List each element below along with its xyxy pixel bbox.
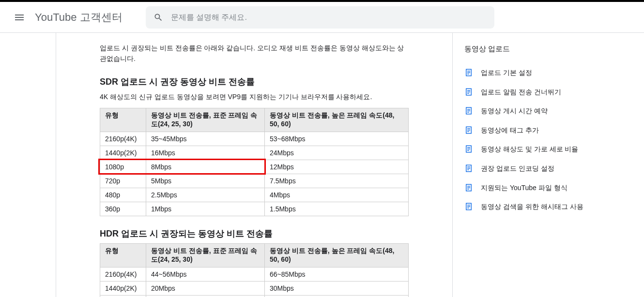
cell-type: 480p [100, 188, 146, 202]
cell-high: 24Mbps [265, 146, 409, 160]
cell-std: 8Mbps [146, 160, 265, 174]
search-icon [153, 13, 163, 22]
sdr-table: 유형 동영상 비트 전송률, 표준 프레임 속도(24, 25, 30) 동영상… [100, 108, 409, 216]
sidebar: 동영상 업로드 업로드 기본 설정업로드 알림 전송 건너뛰기동영상 게시 시간… [453, 33, 588, 297]
table-row: 2160p(4K)44~56Mbps66~85Mbps [100, 267, 409, 282]
document-icon [464, 68, 473, 77]
sidebar-item-label: 업로드 알림 전송 건너뛰기 [481, 88, 561, 97]
sidebar-item[interactable]: 지원되는 YouTube 파일 형식 [464, 178, 588, 198]
cell-high: 66~85Mbps [265, 267, 409, 282]
table-row: 2160p(4K)35~45Mbps53~68Mbps [100, 132, 409, 146]
cell-high: 4Mbps [265, 188, 409, 202]
sidebar-item-label: 동영상 해상도 및 가로 세로 비율 [481, 145, 578, 154]
th-type: 유형 [100, 244, 146, 267]
sdr-sub: 4K 해상도의 신규 업로드 동영상을 보려면 VP9를 지원하는 기기나 브라… [100, 91, 409, 102]
th-high: 동영상 비트 전송률, 높은 프레임 속도(48, 50, 60) [265, 244, 409, 267]
cell-std: 20Mbps [146, 282, 265, 296]
th-high: 동영상 비트 전송률, 높은 프레임 속도(48, 50, 60) [265, 108, 409, 132]
hdr-heading: HDR 업로드 시 권장되는 동영상 비트 전송률 [100, 228, 409, 239]
cell-std: 2.5Mbps [146, 188, 265, 202]
search-box[interactable] [146, 6, 494, 29]
table-row: 1440p(2K)16Mbps24Mbps [100, 146, 409, 160]
sidebar-item-label: 동영상 검색을 위한 해시태그 사용 [481, 202, 583, 212]
sidebar-item[interactable]: 동영상에 태그 추가 [464, 121, 588, 140]
cell-type: 720p [100, 174, 146, 188]
cell-high: 30Mbps [265, 282, 409, 296]
table-row: 480p2.5Mbps4Mbps [100, 188, 409, 202]
cell-type: 2160p(4K) [100, 267, 146, 282]
sidebar-item-label: 동영상 게시 시간 예약 [481, 106, 548, 116]
cell-std: 35~45Mbps [146, 132, 265, 146]
page-title: YouTube 고객센터 [35, 10, 123, 25]
sidebar-item[interactable]: 동영상 검색을 위한 해시태그 사용 [464, 197, 588, 217]
table-row: 720p5Mbps7.5Mbps [100, 174, 409, 188]
th-std: 동영상 비트 전송률, 표준 프레임 속도(24, 25, 30) [146, 108, 265, 132]
document-icon [464, 164, 473, 173]
sidebar-heading: 동영상 업로드 [464, 45, 588, 54]
cell-type: 1440p(2K) [100, 146, 146, 160]
cell-high: 12Mbps [265, 160, 409, 174]
sidebar-item[interactable]: 업로드 기본 설정 [464, 63, 588, 83]
th-std: 동영상 비트 전송률, 표준 프레임 속도(24, 25, 30) [146, 244, 265, 267]
cell-std: 5Mbps [146, 174, 265, 188]
sidebar-item[interactable]: 업로드 알림 전송 건너뛰기 [464, 83, 588, 102]
menu-icon[interactable] [8, 6, 31, 29]
sidebar-item-label: 동영상에 태그 추가 [481, 126, 539, 135]
table-row: 1080p8Mbps12Mbps [100, 160, 409, 174]
sidebar-item[interactable]: 권장 업로드 인코딩 설정 [464, 159, 588, 178]
sdr-heading: SDR 업로드 시 권장 동영상 비트 전송률 [100, 76, 409, 88]
cell-type: 360p [100, 202, 146, 216]
cell-type: 1440p(2K) [100, 282, 146, 296]
hdr-table: 유형 동영상 비트 전송률, 표준 프레임 속도(24, 25, 30) 동영상… [100, 243, 409, 297]
table-row: 360p1Mbps1.5Mbps [100, 202, 409, 216]
sidebar-item[interactable]: 동영상 해상도 및 가로 세로 비율 [464, 140, 588, 159]
sidebar-item-label: 업로드 기본 설정 [481, 68, 532, 78]
cell-std: 44~56Mbps [146, 267, 265, 282]
search-wrap [146, 6, 494, 29]
document-icon [464, 183, 473, 192]
search-input[interactable] [171, 13, 487, 22]
header: YouTube 고객센터 [0, 2, 644, 33]
cell-std: 16Mbps [146, 146, 265, 160]
document-icon [464, 106, 473, 115]
intro-text: 업로드 시 권장되는 비트 전송률은 아래와 같습니다. 오디오 재생 비트 전… [100, 43, 409, 64]
sidebar-item-label: 권장 업로드 인코딩 설정 [481, 164, 554, 174]
cell-type: 1080p [100, 160, 146, 174]
document-icon [464, 145, 473, 153]
document-icon [464, 88, 473, 96]
article: 업로드 시 권장되는 비트 전송률은 아래와 같습니다. 오디오 재생 비트 전… [56, 33, 453, 297]
sdr-table-wrap: 유형 동영상 비트 전송률, 표준 프레임 속도(24, 25, 30) 동영상… [100, 108, 409, 216]
sidebar-list: 업로드 기본 설정업로드 알림 전송 건너뛰기동영상 게시 시간 예약동영상에 … [464, 63, 588, 217]
cell-high: 1.5Mbps [265, 202, 409, 216]
table-row: 1440p(2K)20Mbps30Mbps [100, 282, 409, 296]
sidebar-item-label: 지원되는 YouTube 파일 형식 [481, 183, 567, 193]
main: 업로드 시 권장되는 비트 전송률은 아래와 같습니다. 오디오 재생 비트 전… [0, 33, 644, 297]
th-type: 유형 [100, 108, 146, 132]
cell-high: 53~68Mbps [265, 132, 409, 146]
cell-type: 2160p(4K) [100, 132, 146, 146]
sidebar-item[interactable]: 동영상 게시 시간 예약 [464, 102, 588, 121]
cell-high: 7.5Mbps [265, 174, 409, 188]
document-icon [464, 126, 473, 134]
document-icon [464, 202, 473, 211]
cell-std: 1Mbps [146, 202, 265, 216]
